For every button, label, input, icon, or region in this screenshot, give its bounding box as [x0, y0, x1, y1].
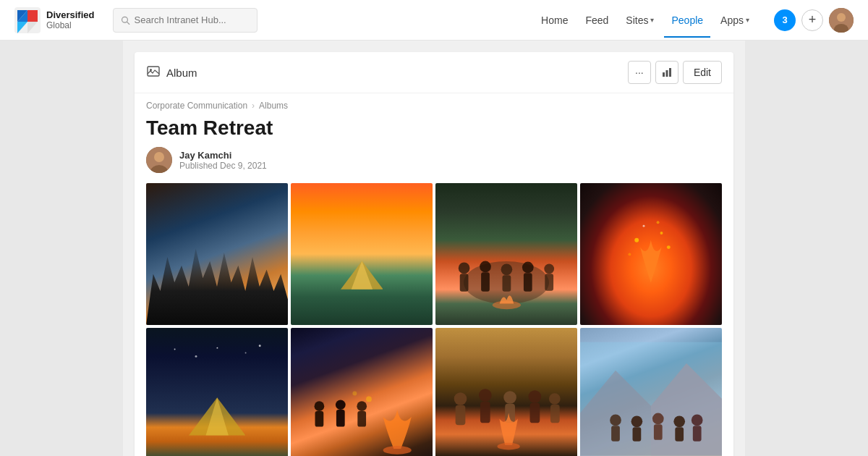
svg-point-40	[174, 348, 175, 350]
author-avatar	[146, 147, 172, 173]
svg-point-12	[150, 69, 152, 71]
search-bar[interactable]	[113, 8, 258, 33]
author-name: Jay Kamchi	[179, 150, 267, 161]
svg-rect-26	[502, 275, 511, 292]
svg-point-58	[503, 391, 516, 404]
photo-cell-2[interactable]	[291, 183, 433, 325]
svg-point-41	[195, 355, 197, 358]
svg-point-54	[454, 392, 467, 405]
logo-area[interactable]: Diversified Global	[14, 7, 101, 33]
photo-cell-8[interactable]	[580, 328, 722, 456]
svg-point-49	[357, 401, 367, 411]
svg-point-36	[643, 224, 645, 227]
svg-rect-46	[315, 411, 323, 427]
nav-home[interactable]: Home	[534, 12, 575, 29]
photo-image-5	[146, 328, 288, 456]
svg-point-76	[692, 415, 703, 426]
photo-image-3	[435, 183, 577, 325]
notification-badge[interactable]: 3	[774, 9, 796, 31]
svg-rect-11	[148, 67, 159, 76]
photo-image-6	[291, 328, 433, 456]
svg-point-74	[673, 416, 685, 428]
svg-point-9	[837, 13, 846, 22]
photo-cell-1[interactable]	[146, 183, 288, 325]
svg-point-53	[352, 391, 357, 395]
svg-rect-50	[357, 411, 366, 427]
card-title-area: Album	[146, 64, 197, 82]
photo-image-1	[146, 183, 288, 325]
photo-cell-3[interactable]	[435, 183, 577, 325]
card-actions: ··· Edit	[628, 61, 722, 84]
svg-point-72	[652, 413, 664, 425]
svg-point-43	[244, 352, 246, 353]
photo-cell-5[interactable]	[146, 328, 288, 456]
svg-point-44	[258, 345, 260, 347]
svg-rect-15	[669, 68, 671, 77]
svg-rect-28	[524, 273, 532, 291]
svg-point-64	[497, 443, 519, 450]
nav-sites[interactable]: Sites ▾	[618, 12, 661, 29]
nav-apps[interactable]: Apps ▾	[713, 12, 757, 29]
svg-point-42	[216, 347, 218, 348]
photo-image-8	[580, 328, 722, 456]
photo-cell-6[interactable]	[291, 328, 433, 456]
svg-rect-71	[633, 427, 642, 442]
photo-cell-7[interactable]	[435, 328, 577, 456]
breadcrumb-separator: ›	[252, 101, 255, 111]
svg-rect-55	[455, 405, 465, 425]
svg-rect-75	[675, 427, 684, 442]
svg-rect-24	[481, 272, 490, 291]
svg-rect-57	[480, 402, 490, 423]
svg-point-68	[610, 415, 621, 426]
more-options-button[interactable]: ···	[628, 61, 651, 84]
svg-rect-13	[663, 72, 665, 77]
nav-feed[interactable]: Feed	[578, 12, 616, 29]
sidebar-right	[745, 41, 868, 456]
svg-rect-61	[529, 403, 540, 423]
header-actions: 3 +	[774, 8, 854, 33]
svg-point-56	[479, 389, 492, 402]
photo-image-4	[580, 183, 722, 325]
logo-text: Diversified Global	[46, 9, 94, 31]
svg-rect-73	[654, 424, 663, 440]
svg-point-62	[549, 393, 561, 405]
svg-rect-22	[459, 274, 468, 291]
author-area: Jay Kamchi Published Dec 9, 2021	[135, 147, 733, 183]
nav-people[interactable]: People	[664, 12, 710, 29]
svg-point-33	[660, 232, 663, 235]
edit-button[interactable]: Edit	[683, 61, 722, 84]
sites-chevron-icon: ▾	[650, 16, 654, 24]
svg-point-32	[634, 237, 639, 242]
photo-image-7	[435, 328, 577, 456]
svg-point-35	[667, 245, 671, 249]
content-area: Album ··· Edit	[123, 41, 745, 456]
svg-point-34	[629, 253, 631, 256]
user-avatar[interactable]	[829, 8, 854, 33]
author-info: Jay Kamchi Published Dec 9, 2021	[179, 150, 267, 171]
publish-date: Published Dec 9, 2021	[179, 161, 267, 171]
search-input[interactable]	[135, 14, 250, 25]
svg-point-52	[366, 396, 372, 402]
photo-cell-4[interactable]	[580, 183, 722, 325]
sidebar-left	[0, 41, 123, 456]
svg-rect-63	[550, 405, 560, 423]
photo-image-2	[291, 183, 433, 325]
breadcrumb: Corporate Communication › Albums	[135, 93, 733, 114]
app-header: Diversified Global Home Feed Sites ▾ Peo…	[0, 0, 868, 41]
svg-rect-30	[545, 274, 553, 291]
add-button[interactable]: +	[801, 9, 823, 31]
svg-point-23	[480, 261, 491, 273]
svg-point-25	[501, 264, 512, 276]
logo-icon	[14, 7, 41, 33]
analytics-button[interactable]	[655, 61, 678, 84]
svg-point-60	[528, 390, 541, 403]
svg-line-7	[127, 22, 129, 24]
page-body: Album ··· Edit	[0, 41, 868, 456]
svg-rect-14	[665, 70, 668, 77]
svg-point-51	[383, 446, 411, 455]
album-card: Album ··· Edit	[135, 52, 733, 456]
svg-point-45	[314, 401, 324, 411]
card-title: Album	[166, 67, 197, 79]
apps-chevron-icon: ▾	[746, 16, 749, 24]
svg-point-70	[631, 416, 643, 428]
